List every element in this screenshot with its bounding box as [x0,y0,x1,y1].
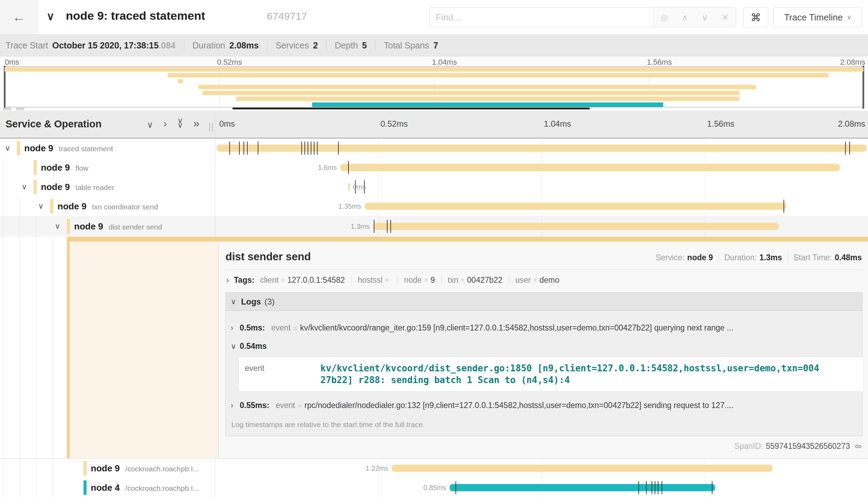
span-row-timeline-cell[interactable] [215,138,868,158]
span-row-timeline-cell[interactable]: 1.35ms [215,197,868,216]
collapse-one-icon[interactable]: ∨ [147,120,153,130]
trace-view-dropdown[interactable]: Trace Timeline ∨ [773,7,862,27]
span-row-timeline-cell[interactable]: 0ms [215,177,868,197]
trace-id: 6749717 [267,10,307,22]
span-expander-chevron-icon[interactable]: ∨ [20,182,29,191]
minimap-span-bar [198,85,756,89]
chevron-right-icon[interactable]: › [231,324,240,333]
log-marker-tick [374,220,374,233]
span-row[interactable]: ∨node 9table reader0ms [0,177,868,197]
span-color-chip [50,199,53,214]
info-value: 7 [433,40,438,51]
ruler-tick-label: 2.08ms [838,119,865,129]
back-button[interactable]: ← [0,0,38,34]
info-value: 2 [313,40,318,51]
span-color-chip [83,461,87,476]
span-duration-label: 1.3ms [351,223,370,230]
link-icon[interactable] [854,442,862,451]
span-row[interactable]: node 9flow1.6ms [0,158,868,177]
minimap-span-bar [312,102,663,107]
span-row-timeline-cell[interactable]: 0.85ms [215,478,868,497]
span-expander-chevron-icon[interactable]: ∨ [3,144,12,153]
tags-row[interactable]: › Tags: client=127.0.0.1:54582hostssl=no… [225,275,862,285]
log-marker-tick [455,481,456,494]
log-entry[interactable]: ›0.5ms:event=kv/kvclient/kvcoord/range_i… [231,323,856,333]
find-next-icon[interactable]: ∨ [702,12,708,22]
log-marker-tick [348,161,349,174]
chevron-right-icon[interactable]: › [231,401,240,410]
span-id-value: 5597415943526560273 [766,442,850,451]
log-marker-tick [390,220,391,233]
span-id-label: SpanID: [734,442,763,451]
service-value: node 9 [687,253,713,262]
indent-guide [3,216,3,237]
back-arrow-icon: ← [12,10,26,25]
tag-key: hostssl [358,275,383,285]
log-entry[interactable]: ∨0.54ms [231,342,856,351]
minimap-left-handle[interactable] [4,66,6,109]
collapse-all-icon[interactable]: ∨∨ [177,118,183,127]
log-marker-tick [247,142,248,155]
span-bar[interactable] [450,484,715,491]
trace-title: node 9: traced statement [66,9,205,22]
span-row-name-cell: node 9flow [0,158,215,177]
log-marker-tick [646,481,647,494]
chevron-down-icon: ∨ [231,297,236,306]
log-marker-tick [658,481,658,494]
info-value: 2.08ms [229,40,259,51]
log-marker-tick [845,142,846,155]
span-color-chip [67,219,70,234]
log-entry[interactable]: ›0.55ms:event=rpc/nodedialer/nodedialer.… [231,401,856,410]
log-marker-tick [338,142,339,155]
info-label: Services [276,40,309,51]
span-row[interactable]: ∨node 9dist sender send1.3ms [0,216,868,237]
minimap-viewport[interactable] [4,66,864,107]
start-time-value: 0.48ms [835,253,862,262]
log-marker-tick [239,142,240,155]
span-bar[interactable] [348,183,350,191]
horizontal-scrollbar[interactable] [232,108,590,109]
minimap-right-handle[interactable] [862,66,864,109]
service-label: Service: [656,253,684,262]
span-expander-chevron-icon[interactable]: ∨ [53,222,62,231]
log-marker-tick [712,481,712,494]
span-row-timeline-cell[interactable]: 1.3ms [215,216,868,237]
span-bar[interactable] [373,223,779,230]
log-marker-tick [783,200,784,213]
chevron-down-icon[interactable]: ∨ [231,342,240,351]
divider [225,269,862,270]
find-match-icon[interactable]: ◎ [661,12,668,22]
span-operation-name: traced statement [59,145,113,153]
span-row[interactable]: ∨node 9txn coordinator send1.35ms [0,197,868,216]
span-row[interactable]: node 9/cockroach.roachpb.I...1.22ms [0,459,868,478]
span-duration-label: 1.35ms [338,202,361,210]
indent-guide [53,478,53,497]
span-bar[interactable] [392,465,773,472]
equals-sign: = [533,276,537,284]
expand-all-icon[interactable]: » [193,117,200,130]
span-row[interactable]: node 4/cockroach.roachpb.I...0.85ms [0,478,868,497]
span-bar[interactable] [365,203,787,210]
expand-one-icon[interactable]: › [163,118,167,129]
chevron-down-icon: ∨ [847,13,851,21]
span-expander-chevron-icon[interactable]: ∨ [36,202,45,211]
span-bar[interactable] [340,164,840,171]
span-row-timeline-cell[interactable]: 1.6ms [215,158,868,177]
logs-header[interactable]: ∨ Logs (3) [226,293,862,311]
span-operation-name: txn coordinator send [92,203,158,211]
trace-collapse-chevron-icon[interactable]: ∨ [46,10,54,23]
tag-key: txn [448,275,459,285]
find-clear-icon[interactable]: ✕ [721,12,729,22]
chevron-right-icon[interactable]: › [226,275,229,285]
find-prev-icon[interactable]: ∧ [682,12,688,22]
log-marker-tick [304,142,305,155]
info-value: 5 [362,40,367,51]
find-input[interactable] [429,8,653,27]
span-row-name-cell: node 4/cockroach.roachpb.I... [0,478,215,497]
log-key: event [276,401,295,410]
span-row[interactable]: ∨node 9traced statement [0,138,868,158]
span-row-timeline-cell[interactable]: 1.22ms [215,459,868,478]
divider [267,40,267,51]
column-resize-grip[interactable] [209,123,213,132]
keyboard-shortcuts-button[interactable]: ⌘ [743,7,768,27]
